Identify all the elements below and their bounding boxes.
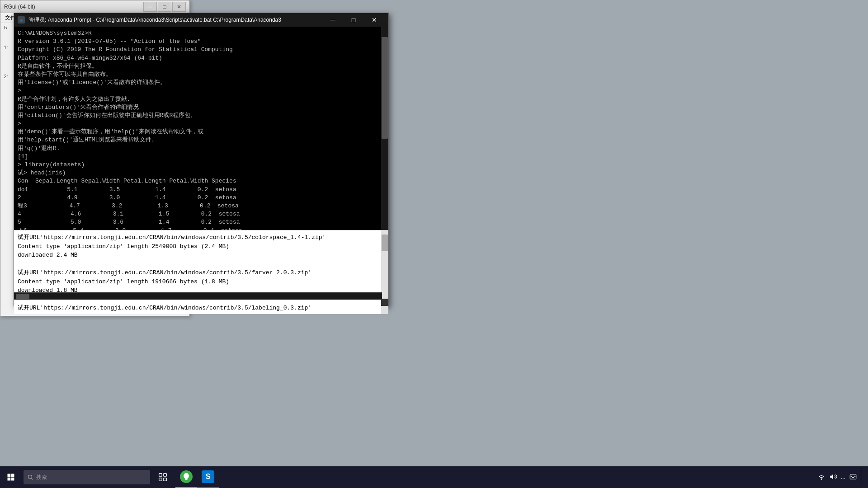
anaconda-icon-svg	[182, 472, 191, 481]
svg-point-4	[28, 475, 32, 479]
rgui-title: RGui (64-bit)	[4, 4, 35, 10]
task-view-btn[interactable]	[152, 466, 174, 488]
dl-line-3: downloaded 2.4 MB	[18, 251, 385, 260]
svg-line-5	[32, 479, 33, 480]
cmd-line-16: 用'demo()'来看一些示范程序，用'help()'来阅读在线帮助文件，或	[18, 128, 379, 136]
cmd-body: C:\WINDOWS\system32>R R version 3.6.1 (2…	[14, 27, 388, 230]
cmd-line-21: > library(datasets)	[18, 161, 379, 169]
cmd-line-8: 用'license()'或'licence()'来看散布的详细条件。	[18, 79, 379, 87]
cmd-line-28: 5 5.0 3.6 1.4 0.2 setosa	[18, 218, 379, 226]
dl-url-1: https://mirrors.tongji.edu.cn/CRAN/bin/w…	[43, 234, 322, 241]
rgui-minimize-btn[interactable]: ─	[143, 2, 157, 12]
dl-url-2: https://mirrors.tongji.edu.cn/CRAN/bin/w…	[43, 269, 308, 276]
search-placeholder: 搜索	[36, 474, 47, 481]
svg-point-10	[821, 479, 822, 479]
show-desktop-btn[interactable]	[861, 468, 863, 486]
svg-rect-0	[8, 474, 11, 477]
svg-rect-1	[11, 474, 14, 477]
rgui-titlebar: RGui (64-bit) ─ □ ✕	[0, 0, 189, 13]
cmd-line-2: R version 3.6.1 (2019-07-05) -- "Action …	[18, 38, 379, 46]
network-icon	[817, 473, 826, 481]
svg-rect-9	[164, 478, 166, 481]
anaconda-icon-bg	[180, 470, 193, 483]
cmd-line-20: [1]	[18, 153, 379, 161]
cmd-line-24: do1 5.1 3.5 1.4 0.2 setosa	[18, 186, 379, 194]
dl-line-1: 试开URL'https://mirrors.tongji.edu.cn/CRAN…	[18, 233, 385, 242]
cmd-line-0: C:\WINDOWS\system32>R	[18, 29, 379, 38]
s-app-taskbar-icon[interactable]: S	[197, 466, 219, 488]
cmd-line-18: 用'q()'退出R.	[18, 145, 379, 153]
cmd-line-4: Platform: x86_64-w64-mingw32/x64 (64-bit…	[18, 54, 379, 62]
s-app-icon: S	[202, 470, 214, 483]
cmd-line-15: >	[18, 120, 379, 128]
desktop: RGui (64-bit) ─ □ ✕ 文件 编辑 查看 其他 程序包 窗口 帮…	[0, 0, 868, 488]
dl-line-7: 试开URL'https://mirrors.tongji.edu.cn/CRAN…	[18, 304, 385, 313]
cmd-line-6: R是自由软件，不带任何担保。	[18, 62, 379, 70]
cmd-scrollbar[interactable]	[381, 27, 388, 230]
dl-line-8: Content type 'application/zip' length 61…	[18, 313, 385, 314]
cmd-maximize-btn[interactable]: □	[343, 13, 364, 27]
task-view-icon	[158, 472, 168, 482]
cmd-close-btn[interactable]: ✕	[364, 13, 385, 27]
taskbar-search[interactable]: 搜索	[24, 470, 150, 484]
rgui-sidebar-labels: R 1: 2:	[0, 23, 11, 81]
sound-icon	[829, 473, 837, 481]
cmd-line-7: 在某些条件下你可以将其自由散布。	[18, 70, 379, 79]
cmd-line-27: 4 4.6 3.1 1.5 0.2 setosa	[18, 210, 379, 218]
cmd-window: ■ 管理员: Anaconda Prompt - C:\ProgramData\…	[14, 13, 389, 306]
svg-marker-11	[830, 474, 833, 479]
cmd-line-12: 用'contributors()'来看合作者的详细情况	[18, 103, 379, 112]
network-icon-btn[interactable]	[817, 473, 826, 482]
cmd-hscroll-thumb	[16, 294, 29, 299]
dl-line-4: 试开URL'https://mirrors.tongji.edu.cn/CRAN…	[18, 268, 385, 277]
sidebar-r-label: R	[1, 25, 10, 30]
cmd-download-panel: 试开URL'https://mirrors.tongji.edu.cn/CRAN…	[14, 230, 388, 314]
svg-rect-12	[850, 474, 856, 479]
notification-center-btn[interactable]	[849, 473, 857, 482]
svg-rect-6	[159, 474, 162, 476]
search-icon	[27, 474, 33, 480]
sound-icon-btn[interactable]	[829, 473, 837, 482]
cmd-line-11: R是个合作计划，有许多人为之做出了贡献.	[18, 95, 379, 103]
svg-rect-8	[159, 478, 162, 481]
svg-rect-7	[164, 474, 166, 476]
cmd-icon: ■	[18, 16, 25, 23]
clock-time: ...	[841, 474, 845, 480]
cmd-line-25: 2 4.9 3.0 1.4 0.2 setosa	[18, 194, 379, 202]
cmd-line-13: 用'citation()'会告诉你如何在出版物中正确地引用R或R程序包。	[18, 112, 379, 120]
rgui-close-btn[interactable]: ✕	[172, 2, 186, 12]
cmd-line-26: 程3 4.7 3.2 1.3 0.2 setosa	[18, 202, 379, 210]
cmd-corner	[381, 299, 388, 306]
sidebar-2-label: 2:	[1, 74, 10, 79]
rgui-maximize-btn[interactable]: □	[158, 2, 171, 12]
cmd-line-29: 下6 5.4 3.9 1.7 0.4 setosa	[18, 227, 379, 230]
cmd-terminal-top: C:\WINDOWS\system32>R R version 3.6.1 (2…	[14, 27, 388, 230]
cmd-line-3: Copyright (C) 2019 The R Foundation for …	[18, 46, 379, 54]
clock-area[interactable]: ...	[841, 474, 845, 480]
svg-rect-2	[8, 478, 11, 481]
windows-icon	[6, 473, 15, 482]
dl-line-2: Content type 'application/zip' length 25…	[18, 242, 385, 251]
cmd-line-10: >	[18, 87, 379, 95]
svg-rect-3	[11, 478, 14, 481]
dl-spacer-1	[18, 260, 385, 269]
cmd-line-23: Con Sepal.Length Sepal.Width Petal.Lengt…	[18, 177, 379, 185]
cmd-hscroll[interactable]	[14, 292, 382, 300]
taskbar: 搜索 S	[0, 466, 868, 488]
cmd-titlebar: ■ 管理员: Anaconda Prompt - C:\ProgramData\…	[14, 13, 388, 27]
taskbar-right: ...	[817, 468, 868, 486]
cmd-scrollbar-thumb	[382, 37, 388, 139]
cmd-minimize-btn[interactable]: ─	[322, 13, 343, 27]
bottom-panel-scrollbar-thumb	[382, 235, 388, 251]
notification-icon	[849, 473, 857, 481]
sidebar-1-label: 1:	[1, 45, 10, 50]
cmd-title: 管理员: Anaconda Prompt - C:\ProgramData\An…	[28, 16, 322, 24]
start-button[interactable]	[0, 466, 22, 488]
cmd-titlebar-buttons: ─ □ ✕	[322, 13, 385, 27]
cmd-line-17: 用'help.start()'通过HTML浏览器来看帮助文件。	[18, 136, 379, 144]
dl-url-3: https://mirrors.tongji.edu.cn/CRAN/bin/w…	[43, 305, 308, 311]
anaconda-taskbar-icon[interactable]	[175, 466, 197, 488]
cmd-line-22: 试> head(iris)	[18, 169, 379, 177]
dl-line-5: Content type 'application/zip' length 19…	[18, 277, 385, 286]
